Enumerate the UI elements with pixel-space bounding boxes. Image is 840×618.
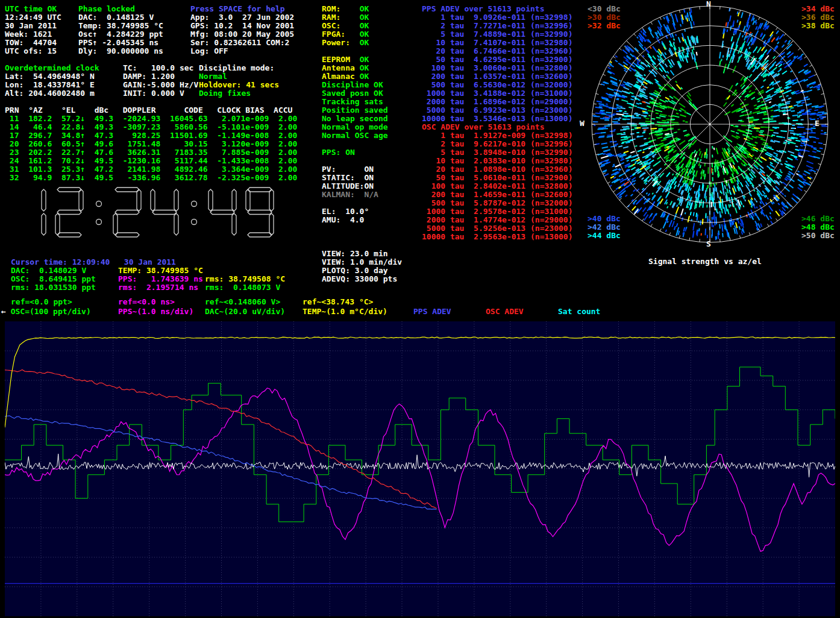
osc-ref-label: ref=<0.0 ppt> [11,298,72,306]
text-line: DAC: 0.148029 V [11,266,96,275]
text-line: 1 tau 9.0926e-011 (n=32998) [422,13,572,22]
text-line: Alt: 204.46002480 m [5,89,99,98]
text-line: 20 260.6 60.5↑ 49.6 1751.48 30.15 3.120e… [5,140,297,148]
text-line: GAIN:-5.000 Hz/V [123,81,198,89]
text-line: 5000 tau 5.9256e-013 (n=23000) [422,224,572,233]
text-line: Mfg: 08:00 20 May 2005 [190,30,294,39]
text-line: 24 161.2 70.2↓ 49.5 -1230.16 5117.44 -1.… [5,157,297,165]
text-line: Antenna OK [322,64,388,72]
text-line: 200 tau 1.4659e-011 (n=32600) [422,191,572,199]
text-line: PPS ADEV [413,307,451,316]
text-line: PLOTQ: 3.0 day [322,266,402,275]
text-line: DAC: 0.148125 V [78,13,163,22]
text-line: Discipline mode: [199,64,279,72]
text-line: Week: 1621 [5,30,61,39]
text-line: No leap second [322,115,388,123]
receiver-status-block: EEPROM OKAntenna OKAlmanac OKDiscipline … [322,55,388,140]
text-line: 32 94.9 87.3↓ 49.5 -336.96 3612.78 -2.32… [5,174,297,182]
satellite-signal-map [582,0,838,253]
text-line: DAC~(20.0 uV/div) [205,307,285,316]
text-line: 23 202.2 22.7↑ 47.6 3626.31 7183.35 7.88… [5,148,297,157]
text-line: rms: 2.195714 ns [118,283,203,292]
temp-ref-label: ref~<38.743 °C> [302,298,373,306]
text-line: 5 tau 7.4889e-011 (n=32990) [422,30,572,39]
text-line: 10000 tau 2.9563e-013 (n=13000) [422,233,572,241]
temp-scale-label: TEMP~(1.0 m°C/div) [302,307,387,316]
text-line: Power: OK [322,39,369,47]
text-line: 100 tau 3.0060e-011 (n=32800) [422,64,572,72]
utc-time-block: UTC time OK12:24:49 UTC30 Jan 2011Week: … [5,5,61,55]
text-line: ← OSC=(100 ppt/div) [1,307,91,316]
text-line: GPS: 10.2 14 Nov 2001 [190,22,294,30]
text-line: EEPROM OK [322,55,388,64]
text-line: 2 tau 9.6217e-010 (n=32996) [422,140,572,148]
dac-ref-label: ref~<0.148060 V> [205,298,280,306]
position-block: Overdetermined clockLat: 54.4964948° NLo… [5,64,99,98]
text-line: PPS ADEV over 51613 points [422,5,572,13]
pps-state-block: PPS: ON PV: ONSTATIC: ONALTITUDE:ONKALMA… [322,148,378,224]
text-line: INIT: 0.000 V [123,89,198,98]
text-line: OSC ADEV [486,307,524,316]
text-line: 10 tau 2.0383e-010 (n=32980) [422,157,572,165]
text-line: ref=<0.0 ns> [118,298,175,306]
text-line: 500 tau 5.8787e-012 (n=32000) [422,199,572,207]
cursor-values-col3: rms: 38.749508 °Crms: 0.148073 V [205,266,285,292]
text-line: 17 296.7 34.8↑ 47.3 928.25 11501.69 -1.1… [5,131,297,140]
pps-adev-table: PPS ADEV over 51613 points 1 tau 9.0926e… [422,5,572,123]
text-line: Almanac OK [322,72,388,81]
text-line: Ser: 0.82362611 COM:2 [190,39,294,47]
text-line: 11 182.2 57.2↓ 49.3 -2024.93 16045.63 2.… [5,115,297,123]
clock-digits [42,188,274,237]
text-line: 20 tau 1.0898e-010 (n=32960) [422,165,572,174]
text-line: TEMP: 38.749985 °C [118,266,203,275]
text-line: UTC time OK [5,5,61,13]
pps-scale-label: PPS~(1.0 ns/div) [118,307,193,316]
text-line: DAMP: 1.200 [123,72,198,81]
text-line: RAM: OK [322,13,369,22]
text-line [322,157,378,165]
text-line: 31 101.3 25.3↑ 47.2 2141.98 4892.46 3.36… [5,165,297,174]
sat-count-plot-label: Sat count [558,307,600,316]
text-line: FPGA: OK [322,30,369,39]
text-line: 50 tau 4.6295e-011 (n=32900) [422,55,572,64]
cursor-values-col2: TEMP: 38.749985 °CPPS: 1.743639 nsrms: 2… [118,266,203,292]
main-plot[interactable] [5,321,835,616]
text-line: UTC ofs: 15 [5,47,61,55]
text-line: 5000 tau 6.9923e-013 (n=23000) [422,106,572,115]
text-line: Position saved [322,106,388,115]
text-line [205,266,285,275]
cursor-values-col1: DAC: 0.148029 VOSC: 8.649415 pptrms: 18.… [11,266,96,292]
text-line: 100 tau 2.8402e-011 (n=32800) [422,182,572,191]
text-line: 12:24:49 UTC [5,13,61,22]
text-line: Phase locked [78,5,163,13]
text-line: Sat count [558,307,600,316]
text-line: 10 tau 7.4107e-011 (n=32980) [422,39,572,47]
text-line: rms: 38.749508 °C [205,275,285,283]
pps-adev-plot-label: PPS ADEV [413,307,451,316]
text-line: PPS~(1.0 ns/div) [118,307,193,316]
osc-scale-label: ← OSC=(100 ppt/div) [1,307,91,316]
text-line: TOW: 44704 [5,39,61,47]
text-line: 5 tau 3.8948e-010 (n=32990) [422,148,572,157]
text-line: TC: 100.0 sec [123,64,198,72]
text-line: PV: ON [322,165,378,174]
text-line: PRN °AZ °EL dBc DOPPLER CODE CLOCK BIAS … [5,106,297,115]
text-line: PPS↑ -2.045345 ns [78,39,163,47]
text-line: Lat: 54.4964948° N [5,72,99,81]
text-line: ROM: OK [322,5,369,13]
lady-heather-screen: UTC time OK12:24:49 UTC30 Jan 2011Week: … [0,0,840,618]
text-line: Osc↑ 4.284229 ppt [78,30,163,39]
text-line: ref=<0.0 ppt> [11,298,72,306]
text-line: OSC: OK [322,22,369,30]
discipline-mode-block: Discipline mode:NormalHoldover: 41 secsD… [199,64,279,98]
text-line: Normal OSC age [322,131,388,140]
text-line: App: 3.0 27 Jun 2002 [190,13,294,22]
text-line [322,199,378,207]
device-status-block: ROM: OKRAM: OKOSC: OKFPGA: OKPower: OK [322,5,369,47]
digital-clock [16,184,293,240]
text-line: 1000 tau 3.4188e-012 (n=31000) [422,89,572,98]
text-line: STATIC: ON [322,174,378,182]
text-line: rms: 18.031530 ppt [11,283,96,292]
text-line: Discipline OK [322,81,388,89]
text-line: 2000 tau 1.4774e-012 (n=29000) [422,216,572,224]
